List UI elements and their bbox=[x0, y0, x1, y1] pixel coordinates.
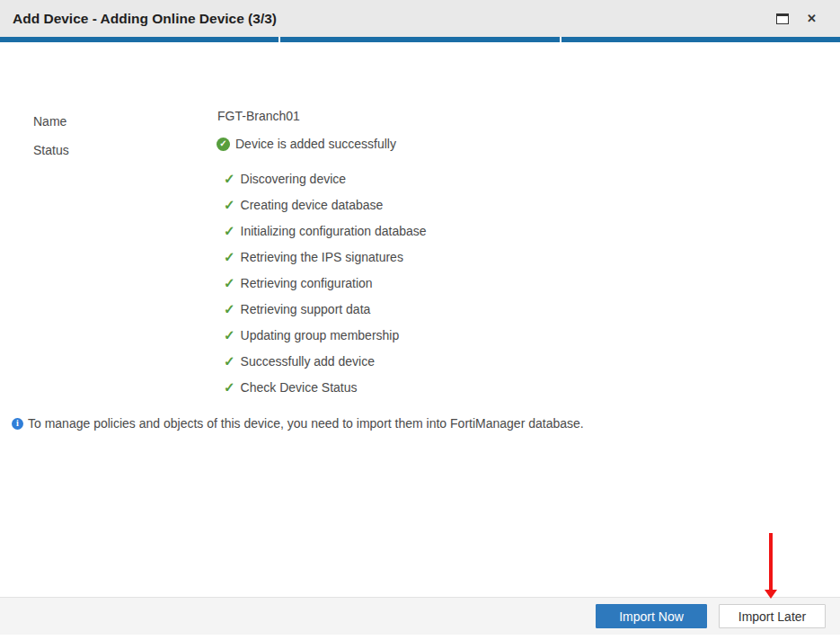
step-label: Successfully add device bbox=[241, 354, 375, 369]
add-device-dialog: Add Device - Adding Online Device (3/3) … bbox=[0, 0, 840, 42]
step-item: ✓ Retrieving the IPS signatures bbox=[224, 244, 427, 270]
maximize-icon[interactable] bbox=[776, 13, 789, 24]
status-row: ✓ Device is added successfully bbox=[217, 137, 396, 151]
progress-segment-2 bbox=[280, 37, 559, 42]
step-item: ✓ Retrieving support data bbox=[224, 296, 427, 322]
step-item: ✓ Initializing configuration database bbox=[224, 218, 427, 244]
check-icon: ✓ bbox=[224, 354, 235, 368]
dialog-footer: Import Now Import Later bbox=[0, 597, 840, 635]
check-icon: ✓ bbox=[224, 198, 235, 211]
step-label: Creating device database bbox=[241, 198, 384, 212]
step-item: ✓ Successfully add device bbox=[224, 348, 427, 374]
dialog-title: Add Device - Adding Online Device (3/3) bbox=[13, 11, 776, 27]
step-item: ✓ Discovering device bbox=[224, 165, 427, 191]
step-item: ✓ Retrieving configuration bbox=[224, 270, 427, 296]
step-label: Retrieving support data bbox=[241, 302, 371, 316]
info-note-text: To manage policies and objects of this d… bbox=[28, 416, 584, 431]
check-icon: ✓ bbox=[224, 276, 235, 289]
wizard-progress-bar bbox=[0, 37, 840, 42]
step-item: ✓ Updating group membership bbox=[224, 322, 427, 348]
check-icon: ✓ bbox=[224, 172, 235, 185]
check-icon: ✓ bbox=[224, 328, 235, 342]
step-label: Discovering device bbox=[241, 172, 347, 186]
steps-list: ✓ Discovering device ✓ Creating device d… bbox=[224, 165, 427, 400]
check-icon: ✓ bbox=[224, 224, 235, 237]
import-info-note: i To manage policies and objects of this… bbox=[12, 416, 584, 431]
name-label: Name bbox=[33, 114, 66, 129]
step-item: ✓ Check Device Status bbox=[224, 374, 427, 400]
step-label: Retrieving configuration bbox=[241, 276, 373, 290]
annotation-arrow-icon bbox=[759, 533, 783, 605]
check-icon: ✓ bbox=[224, 250, 235, 263]
status-value: Device is added successfully bbox=[235, 137, 396, 151]
check-icon: ✓ bbox=[224, 380, 235, 394]
step-label: Check Device Status bbox=[241, 380, 358, 395]
step-label: Updating group membership bbox=[241, 328, 400, 342]
step-label: Initializing configuration database bbox=[241, 224, 427, 238]
step-item: ✓ Creating device database bbox=[224, 191, 427, 218]
window-controls: ✕ bbox=[776, 13, 827, 24]
progress-segment-3 bbox=[561, 37, 840, 42]
import-later-button[interactable]: Import Later bbox=[719, 604, 826, 628]
progress-segment-1 bbox=[0, 37, 279, 42]
name-value: FGT-Branch01 bbox=[217, 109, 300, 123]
close-icon[interactable]: ✕ bbox=[807, 13, 817, 24]
status-label: Status bbox=[33, 143, 69, 157]
check-icon: ✓ bbox=[224, 302, 235, 316]
success-circle-icon: ✓ bbox=[217, 138, 230, 151]
dialog-titlebar: Add Device - Adding Online Device (3/3) … bbox=[0, 0, 840, 37]
import-now-button[interactable]: Import Now bbox=[596, 604, 707, 628]
annotation-arrow-shaft bbox=[769, 533, 773, 596]
info-icon: i bbox=[12, 418, 23, 430]
step-label: Retrieving the IPS signatures bbox=[241, 250, 403, 264]
